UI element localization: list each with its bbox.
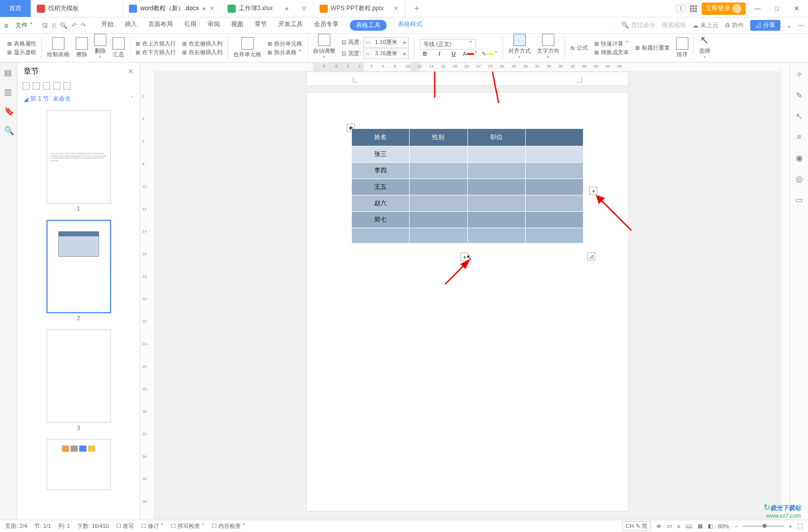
redo-icon[interactable]: ↷ bbox=[81, 22, 86, 29]
print-icon[interactable]: ⎙ bbox=[52, 22, 56, 29]
tab-word-doc[interactable]: word教程（新）.docx ● ✕ bbox=[123, 0, 221, 17]
add-tab-button[interactable]: ＋ bbox=[406, 3, 428, 14]
page-thumb-2[interactable]: 2 bbox=[47, 220, 111, 326]
window-minimize-button[interactable]: — bbox=[750, 5, 765, 12]
magic-icon[interactable]: ✧ bbox=[796, 70, 802, 79]
tab-chapter[interactable]: 章节 bbox=[255, 20, 267, 31]
alignment-button[interactable]: 对齐方式˅ bbox=[505, 34, 534, 62]
draw-table-button[interactable]: 绘制表格 bbox=[44, 37, 73, 58]
tab-close-icon[interactable]: ✕ bbox=[209, 5, 215, 12]
view-read-icon[interactable]: 📖 bbox=[685, 523, 692, 529]
italic-button[interactable]: I bbox=[434, 51, 444, 57]
header-cell[interactable]: 姓名 bbox=[352, 129, 410, 146]
tab-start[interactable]: 开始 bbox=[101, 20, 114, 31]
tab-pptx[interactable]: WPS PPT教程.pptx ✕ bbox=[313, 0, 406, 17]
save-icon[interactable]: 🖫 bbox=[42, 22, 48, 29]
layers-icon[interactable]: ≡ bbox=[797, 132, 801, 142]
status-spell[interactable]: ☐ 拼写检查 ˅ bbox=[171, 522, 205, 530]
hamburger-icon[interactable] bbox=[4, 21, 11, 30]
collapse-icon[interactable] bbox=[23, 82, 30, 90]
status-page[interactable]: 页面: 2/4 bbox=[5, 522, 27, 530]
select-button[interactable]: ↖选择˅ bbox=[696, 34, 713, 62]
tab-table-style[interactable]: 表格样式 bbox=[398, 20, 422, 31]
convert-text-button[interactable]: ⊞ 转换成文本 bbox=[594, 49, 629, 56]
delete-button[interactable]: 删除˅ bbox=[91, 34, 109, 62]
table-row[interactable]: 赵六 bbox=[352, 195, 583, 212]
width-input[interactable]: −3.76厘米+ bbox=[363, 49, 409, 59]
summary-button[interactable]: 汇总 bbox=[109, 37, 128, 58]
cloud-status[interactable]: ☁ 未上云 bbox=[692, 21, 719, 30]
lock-height-icon[interactable]: ⊡ bbox=[342, 39, 346, 46]
ai-icon[interactable]: ◉ bbox=[796, 153, 803, 163]
zoom-in-button[interactable]: + bbox=[789, 523, 792, 529]
page-thumb-3[interactable]: 3 bbox=[47, 329, 111, 436]
pen-icon[interactable]: ✎ bbox=[796, 91, 802, 100]
tab-review[interactable]: 审阅 bbox=[208, 20, 220, 31]
apps-grid-icon[interactable] bbox=[689, 5, 698, 13]
page-thumb-1[interactable]: Lorem ipsum dolor sit amet consectetur a… bbox=[47, 110, 111, 217]
target-icon[interactable]: ◎ bbox=[796, 174, 803, 184]
zoom-level[interactable]: 80% bbox=[718, 523, 729, 529]
tab-layout[interactable]: 页面布局 bbox=[148, 20, 173, 31]
cursor-icon[interactable]: ↖ bbox=[796, 112, 802, 121]
tab-member[interactable]: 会员专享 bbox=[314, 20, 339, 31]
page-thumb-4[interactable] bbox=[47, 439, 111, 490]
add-section-icon[interactable] bbox=[43, 82, 50, 90]
document-page[interactable]: ✥ 姓名 性别 职位 张三 李四 王五 赵六 郑七 ＋ ＋ bbox=[306, 92, 629, 512]
more-icon[interactable]: ⋯ bbox=[798, 22, 804, 29]
tab-xlsx[interactable]: 工作簿3.xlsx ● ✕ bbox=[221, 0, 313, 17]
view-focus-icon[interactable]: ◧ bbox=[708, 523, 713, 529]
auto-adjust-button[interactable]: 自动调整˅ bbox=[310, 34, 339, 62]
erase-button[interactable]: 擦除 bbox=[73, 37, 91, 58]
section-more-icon[interactable] bbox=[63, 82, 71, 90]
home-tab[interactable]: 首页 bbox=[0, 0, 31, 17]
window-maximize-button[interactable]: □ bbox=[769, 5, 784, 12]
tab-template[interactable]: 找稻壳模板 bbox=[31, 0, 123, 17]
preview-icon[interactable]: 🔍 bbox=[60, 22, 68, 29]
thumbnail-icon[interactable]: ▥ bbox=[4, 87, 13, 96]
minimize-ribbon-icon[interactable]: ⌄ bbox=[787, 22, 792, 29]
tab-insert[interactable]: 插入 bbox=[125, 20, 137, 31]
split-cell-button[interactable]: ⊞ 拆分单元格 bbox=[267, 40, 302, 48]
view-print-icon[interactable]: ▭ bbox=[667, 523, 672, 529]
table-row[interactable]: 李四 bbox=[352, 163, 583, 179]
table-row[interactable]: 郑七 bbox=[352, 212, 583, 228]
split-table-button[interactable]: ⊞ 拆分表格 ˅ bbox=[267, 49, 302, 56]
ime-indicator[interactable]: CH ✎ 简 bbox=[622, 521, 651, 531]
font-name-select[interactable]: 等线 (正文)˅ bbox=[420, 39, 476, 50]
tab-view[interactable]: 视图 bbox=[231, 20, 243, 31]
coop-button[interactable]: ♻ 协作 bbox=[725, 21, 744, 30]
remove-section-icon[interactable] bbox=[53, 82, 60, 90]
text-direction-button[interactable]: 文字方向˅ bbox=[534, 34, 563, 62]
table-properties-button[interactable]: ⊞ 表格属性 bbox=[7, 40, 36, 48]
tab-count-badge[interactable]: 1 bbox=[676, 5, 685, 12]
tab-references[interactable]: 引用 bbox=[184, 20, 196, 31]
table-row-empty[interactable] bbox=[352, 228, 583, 243]
find-icon[interactable]: 🔍 bbox=[4, 126, 13, 135]
table-row-selected[interactable]: 王五 bbox=[352, 179, 583, 195]
section-item[interactable]: ◢ 第 1 节: 未命名 ˅ bbox=[17, 92, 140, 106]
status-section[interactable]: 节: 1/1 bbox=[34, 522, 51, 530]
insert-left-button[interactable]: ⊞ 在左侧插入列 bbox=[182, 40, 222, 48]
bold-button[interactable]: B bbox=[420, 51, 430, 57]
sort-button[interactable]: 排序 bbox=[673, 37, 691, 58]
panel-close-icon[interactable]: ✕ bbox=[128, 68, 133, 75]
show-grid-button[interactable]: ⊞ 显示虚框 bbox=[7, 49, 36, 56]
insert-below-button[interactable]: ⊞ 在下方插入行 bbox=[136, 49, 176, 56]
header-cell[interactable] bbox=[525, 129, 583, 146]
login-button[interactable]: 立即登录 bbox=[702, 3, 746, 15]
file-menu[interactable]: 文件 ˅ bbox=[13, 21, 35, 30]
highlight-button[interactable]: ✎˅ bbox=[482, 51, 498, 57]
tab-close-icon[interactable]: ✕ bbox=[393, 5, 399, 12]
bookmark-icon[interactable]: 🔖 bbox=[4, 106, 13, 116]
insert-above-button[interactable]: ⊞ 在上方插入行 bbox=[136, 40, 176, 48]
zoom-out-button[interactable]: − bbox=[734, 523, 737, 529]
window-close-button[interactable]: ✕ bbox=[789, 5, 804, 12]
status-overwrite[interactable]: ☐ 改写 bbox=[116, 522, 134, 530]
status-content-check[interactable]: ☐ 内容检查 ˅ bbox=[212, 522, 245, 530]
table-row[interactable]: 张三 bbox=[352, 146, 583, 163]
search-input[interactable]: 🔍 查找命令、搜索模板 bbox=[621, 21, 686, 30]
tab-devtools[interactable]: 开发工具 bbox=[278, 20, 303, 31]
quick-calc-button[interactable]: ⊞ 快速计算 ˅ bbox=[594, 40, 629, 48]
share-button[interactable]: ⊿ 分享 bbox=[750, 20, 780, 31]
